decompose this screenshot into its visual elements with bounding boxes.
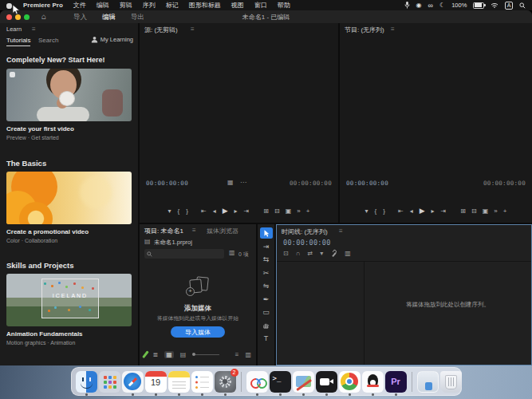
snap-magnet-icon[interactable]: ∩: [296, 250, 301, 257]
play-button-icon[interactable]: ▶: [420, 207, 425, 215]
rectangle-tool[interactable]: ▭: [260, 306, 273, 318]
project-bin-name[interactable]: 未命名1.prproj: [154, 239, 192, 247]
overwrite-icon[interactable]: ⊟: [274, 207, 280, 215]
dock-safari-icon[interactable]: [122, 371, 144, 393]
tutorial-card-promotional[interactable]: [6, 172, 132, 224]
close-window-button[interactable]: [6, 14, 12, 20]
learn-panel-tab[interactable]: Learn: [6, 26, 22, 33]
play-button-icon[interactable]: ▶: [223, 207, 228, 215]
menu-help[interactable]: 帮助: [278, 1, 290, 10]
linked-selection-icon[interactable]: ⇄: [307, 250, 313, 257]
mark-out-icon[interactable]: }: [186, 207, 188, 215]
step-forward-icon[interactable]: ▸: [234, 207, 238, 215]
drag-av-icon[interactable]: »: [494, 207, 497, 215]
lift-icon[interactable]: ⊞: [460, 207, 466, 215]
tab-edit[interactable]: 编辑: [102, 13, 116, 24]
dock-notes-icon[interactable]: [168, 371, 190, 393]
menu-graphics-titles[interactable]: 图形和标题: [189, 1, 221, 10]
dock-finder-icon[interactable]: [76, 371, 97, 393]
dock-trash-icon[interactable]: [440, 371, 462, 393]
goto-in-icon[interactable]: ⇤: [201, 207, 207, 215]
project-panel-tab[interactable]: 项目: 未命名1: [144, 227, 183, 235]
tutorial-card-animation[interactable]: ICELAND: [6, 274, 132, 326]
tab-export[interactable]: 导出: [131, 13, 144, 22]
menu-edit[interactable]: 编辑: [97, 1, 109, 10]
dock-chrome-icon[interactable]: [339, 371, 361, 393]
selection-tool[interactable]: [260, 227, 273, 239]
learn-nav-tutorials[interactable]: Tutorials: [6, 37, 30, 46]
drag-av-icon[interactable]: »: [297, 207, 300, 215]
card1-title[interactable]: Create your first video: [6, 125, 74, 132]
source-settings-icon[interactable]: ▦: [227, 179, 234, 186]
step-back-icon[interactable]: ◂: [213, 207, 216, 215]
goto-out-icon[interactable]: ⇥: [441, 207, 447, 215]
ripple-edit-tool[interactable]: ⇆: [260, 254, 273, 265]
export-frame-icon[interactable]: ▣: [286, 207, 292, 215]
add-marker-icon[interactable]: ▾: [365, 207, 368, 215]
new-item-icon[interactable]: ▥: [245, 351, 251, 358]
goto-in-icon[interactable]: ⇤: [398, 207, 404, 215]
microphone-icon[interactable]: [404, 2, 410, 9]
mark-in-icon[interactable]: {: [375, 207, 377, 215]
program-current-timecode[interactable]: 00:00:00:00: [346, 180, 388, 187]
menu-markers[interactable]: 标记: [166, 1, 179, 10]
timeline-panel-tab[interactable]: 时间线: (无序列): [282, 227, 328, 236]
source-current-timecode[interactable]: 00:00:00:00: [146, 180, 188, 187]
import-media-button[interactable]: 导入媒体: [171, 326, 225, 338]
insert-as-nest-icon[interactable]: ⊡: [283, 250, 289, 257]
screen-record-icon[interactable]: ◉: [416, 2, 422, 9]
battery-icon[interactable]: [473, 2, 484, 9]
active-app-name[interactable]: Premiere Pro: [23, 2, 63, 9]
icon-view-icon[interactable]: ▦: [164, 351, 174, 358]
step-forward-icon[interactable]: ▸: [432, 207, 435, 215]
menu-sequence[interactable]: 序列: [143, 1, 156, 10]
learn-panel-menu-icon[interactable]: ≡: [32, 26, 36, 33]
button-editor-icon[interactable]: +: [306, 207, 310, 215]
zoom-slider[interactable]: [192, 353, 219, 356]
slip-tool[interactable]: ⇋: [260, 280, 273, 291]
mark-in-icon[interactable]: {: [178, 207, 180, 215]
zoom-window-button[interactable]: [24, 14, 30, 20]
add-marker-icon[interactable]: ▾: [168, 207, 171, 215]
program-panel-menu-icon[interactable]: ≡: [391, 26, 395, 33]
zoom-slider-track[interactable]: [195, 354, 219, 355]
timeline-panel-menu-icon[interactable]: ≡: [339, 227, 343, 235]
sort-icon[interactable]: ≡: [235, 351, 239, 358]
project-search-box[interactable]: [144, 249, 224, 259]
tutorial-card-first-video[interactable]: [6, 69, 132, 121]
freeform-view-icon[interactable]: ▤: [180, 351, 187, 358]
learn-nav-search[interactable]: Search: [38, 37, 58, 44]
menu-file[interactable]: 文件: [73, 1, 86, 10]
menu-window[interactable]: 窗口: [254, 1, 267, 10]
dock-calendar-icon[interactable]: 19: [145, 371, 167, 393]
project-search-input[interactable]: [155, 249, 222, 259]
export-frame-icon[interactable]: ▣: [483, 207, 489, 215]
home-icon[interactable]: ⌂: [41, 12, 46, 21]
timeline-timecode[interactable]: 00:00:00:00: [283, 239, 331, 247]
menu-view[interactable]: 视图: [231, 1, 244, 10]
tab-import[interactable]: 导入: [73, 13, 87, 22]
dock-video-app-icon[interactable]: [316, 371, 337, 393]
program-monitor-tab[interactable]: 节目: (无序列): [345, 26, 384, 34]
mark-out-icon[interactable]: }: [383, 207, 385, 215]
media-browser-tab[interactable]: 媒体浏览器: [207, 227, 238, 235]
goto-out-icon[interactable]: ⇥: [244, 207, 250, 215]
input-source-icon[interactable]: A: [505, 2, 513, 10]
timeline-add-marker-icon[interactable]: ▾: [320, 250, 323, 257]
insert-icon[interactable]: ⊞: [263, 207, 269, 215]
card2-title[interactable]: Create a promotional video: [6, 228, 89, 235]
menu-clip[interactable]: 剪辑: [120, 1, 132, 10]
dock-reminders-icon[interactable]: [191, 371, 213, 393]
step-back-icon[interactable]: ◂: [410, 207, 413, 215]
dock-terminal-icon[interactable]: >_: [270, 371, 291, 393]
extract-icon[interactable]: ⊟: [471, 207, 477, 215]
pen-tool[interactable]: ✒: [260, 294, 273, 305]
hand-tool[interactable]: [260, 320, 273, 331]
dock-premiere-icon[interactable]: Pr: [385, 371, 407, 393]
list-view-icon[interactable]: ≣: [153, 351, 159, 358]
source-monitor-tab[interactable]: 源: (无剪辑): [144, 26, 178, 34]
dock-creative-cloud-icon[interactable]: [246, 371, 268, 393]
source-more-icon[interactable]: ⋯: [240, 179, 246, 186]
project-panel-menu-icon[interactable]: ≡: [192, 227, 196, 234]
card3-title[interactable]: Animation Fundamentals: [6, 330, 83, 338]
